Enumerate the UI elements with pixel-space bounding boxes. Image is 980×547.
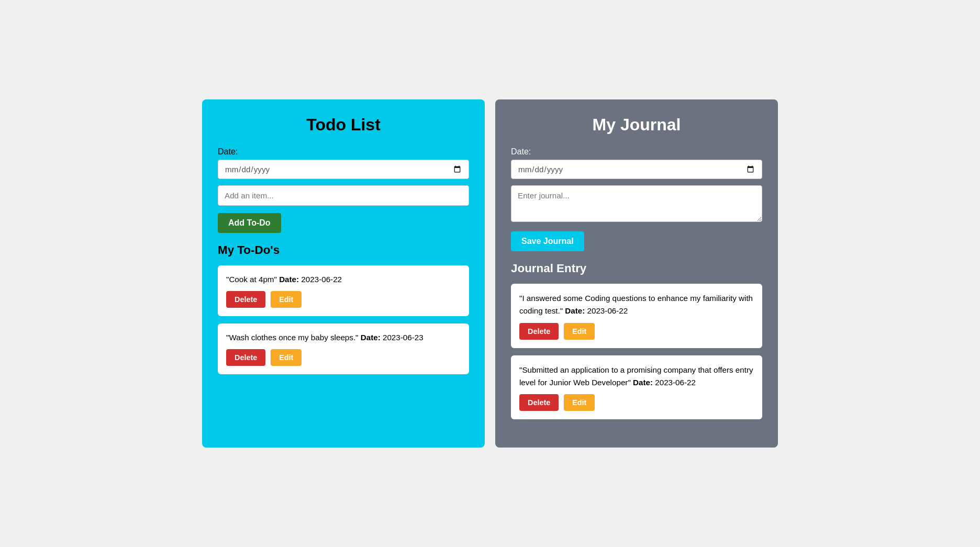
journal-entry-date-value-2: 2023-06-22 [655,378,696,387]
todo-item-actions-1: Delete Edit [226,291,461,308]
todo-item-date-label-1: Date: [279,275,299,284]
todo-item-input[interactable] [218,185,469,206]
journal-date-field[interactable] [511,160,762,179]
todo-item-text-1: "Cook at 4pm" Date: 2023-06-22 [226,274,461,286]
add-todo-button[interactable]: Add To-Do [218,213,281,233]
journal-text-input[interactable] [511,185,762,222]
journal-section-title: Journal Entry [511,262,762,275]
journal-entry-item: "I answered some Coding questions to enh… [511,284,762,348]
journal-entry-actions-2: Delete Edit [519,394,754,411]
todo-section-title: My To-Do's [218,243,469,257]
journal-entry-date-label-1: Date: [565,306,585,315]
todo-item-date-value-1: 2023-06-22 [301,275,342,284]
journal-entry-date-value-1: 2023-06-22 [587,306,628,315]
journal-edit-button-2[interactable]: Edit [564,394,595,411]
journal-date-label: Date: [511,147,762,157]
journal-entry-date-label-2: Date: [633,378,653,387]
journal-date-input[interactable] [518,164,755,174]
journal-entry-text-2: "Submitted an application to a promising… [519,364,754,389]
journal-delete-button-1[interactable]: Delete [519,323,559,340]
todo-delete-button-2[interactable]: Delete [226,349,265,366]
journal-panel: My Journal Date: Save Journal Journal En… [495,99,778,448]
journal-entry-text-1: "I answered some Coding questions to enh… [519,292,754,318]
todo-item-actions-2: Delete Edit [226,349,461,366]
todo-item-text-2: "Wash clothes once my baby sleeps." Date… [226,332,461,344]
todo-item-date-value-2: 2023-06-23 [383,333,424,342]
journal-edit-button-1[interactable]: Edit [564,323,595,340]
app-container: Todo List Date: Add To-Do My To-Do's "Co… [202,99,778,448]
todo-date-field[interactable] [218,160,469,179]
todo-panel: Todo List Date: Add To-Do My To-Do's "Co… [202,99,485,448]
journal-delete-button-2[interactable]: Delete [519,394,559,411]
todo-item: "Cook at 4pm" Date: 2023-06-22 Delete Ed… [218,265,469,316]
todo-edit-button-1[interactable]: Edit [271,291,302,308]
todo-date-label: Date: [218,147,469,157]
todo-title: Todo List [218,115,469,135]
journal-title: My Journal [511,115,762,135]
todo-edit-button-2[interactable]: Edit [271,349,302,366]
todo-item-date-label-2: Date: [361,333,381,342]
journal-entry-item: "Submitted an application to a promising… [511,355,762,420]
todo-item: "Wash clothes once my baby sleeps." Date… [218,323,469,374]
save-journal-button[interactable]: Save Journal [511,231,584,251]
journal-entry-actions-1: Delete Edit [519,323,754,340]
todo-date-input[interactable] [225,164,462,174]
todo-delete-button-1[interactable]: Delete [226,291,265,308]
